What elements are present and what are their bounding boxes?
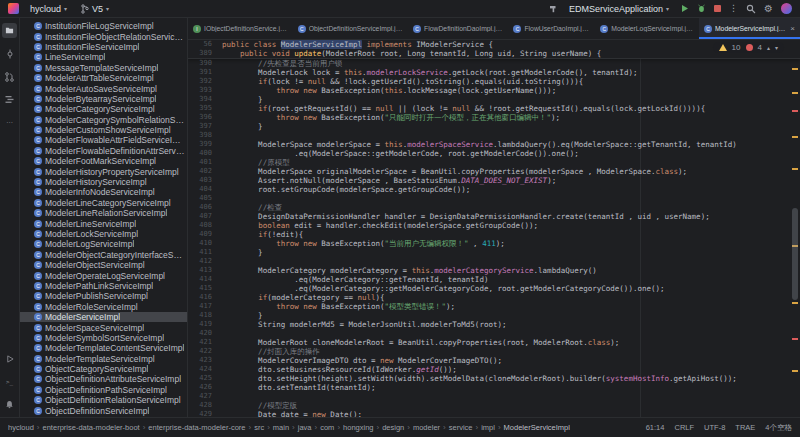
tree-item[interactable]: CModelerFlowableDefinitionAttrServiceImp…: [20, 146, 187, 156]
prev-problem-icon[interactable]: ▴: [767, 45, 770, 51]
tree-item[interactable]: CObjectCategoryServiceImpl: [20, 364, 187, 374]
tree-item[interactable]: CModelerAttrTableServiceImpl: [20, 73, 187, 83]
breadcrumb-item[interactable]: enterprise-data-modeler-core: [148, 423, 245, 432]
file-tab[interactable]: CFlowDefinitionDaoImpl.java: [408, 18, 508, 39]
tree-item[interactable]: CModelerTemplateContentServiceImpl: [20, 343, 187, 353]
status-indent[interactable]: 4个空格: [765, 423, 792, 433]
structure-tool-button[interactable]: [2, 92, 17, 107]
stop-button[interactable]: [714, 5, 721, 12]
tree-item[interactable]: CModelerLogServiceImpl: [20, 239, 187, 249]
tree-item-label: ModelerLineRelationServiceImpl: [45, 208, 167, 218]
tree-item[interactable]: CModelerHistoryServiceImpl: [20, 177, 187, 187]
tree-item[interactable]: CModelerTemplateServiceImpl: [20, 354, 187, 364]
tree-item[interactable]: CInstitutionFileObjectRelationServiceImp…: [20, 31, 187, 41]
run-tool-button[interactable]: [2, 351, 17, 366]
tree-item[interactable]: CModelerLineCategoryServiceImpl: [20, 198, 187, 208]
editor-scrollbar[interactable]: [790, 40, 800, 417]
terminal-tool-button[interactable]: >_: [2, 374, 17, 389]
tree-item[interactable]: CModelerFootMarkServiceImpl: [20, 156, 187, 166]
tree-item[interactable]: CInstitutionFileServiceImpl: [20, 42, 187, 52]
build-icon[interactable]: [549, 4, 558, 13]
tree-item[interactable]: CModelerObjectCategoryInterfaceServiceIm…: [20, 250, 187, 260]
editor[interactable]: 56public class ModelerServiceImpl implem…: [188, 40, 800, 417]
more-actions-icon[interactable]: ⋮: [729, 4, 738, 13]
breadcrumb-item[interactable]: ModelerServiceImpl: [504, 423, 570, 432]
breadcrumb-item[interactable]: design: [382, 423, 404, 432]
project-widget[interactable]: hycloud ▾: [27, 3, 70, 15]
inspection-widget[interactable]: 10 4 ▴ ▾: [713, 42, 784, 53]
tree-item[interactable]: CModelerHistoryPropertyServiceImpl: [20, 166, 187, 176]
status-caret-position[interactable]: 61:14: [646, 423, 665, 432]
settings-button[interactable]: ⚙: [764, 4, 773, 14]
tree-item[interactable]: CModelerFlowableAttrFieldServiceImpl: [20, 135, 187, 145]
tree-item[interactable]: CObjectDefinitionRelationServiceImpl: [20, 395, 187, 405]
tree-item[interactable]: CModelerInfoNodeServiceImpl: [20, 187, 187, 197]
tree-item[interactable]: CModelerCustomShowServiceImpl: [20, 125, 187, 135]
scrollbar-thumb[interactable]: [792, 208, 798, 300]
tree-item[interactable]: CModelerLineServiceImpl: [20, 218, 187, 228]
user-avatar[interactable]: [781, 3, 792, 14]
breadcrumb-item[interactable]: src: [254, 423, 264, 432]
breadcrumb-item[interactable]: enterprise-data-modeler-boot: [43, 423, 140, 432]
breadcrumb-item[interactable]: hycloud: [8, 423, 34, 432]
tree-item[interactable]: CModelerCategoryServiceImpl: [20, 104, 187, 114]
tree-item[interactable]: CInstitutionFileLogServiceImpl: [20, 21, 187, 31]
debug-button[interactable]: [697, 4, 706, 13]
tree-item[interactable]: CModelerLineRelationServiceImpl: [20, 208, 187, 218]
status-branch[interactable]: TRAE: [735, 423, 755, 432]
status-encoding[interactable]: UTF-8: [704, 423, 725, 432]
code-line: 394 }: [188, 95, 800, 104]
breadcrumb-item[interactable]: java: [298, 423, 312, 432]
line-number: 420: [188, 329, 222, 338]
next-problem-icon[interactable]: ▾: [775, 45, 778, 51]
tree-item[interactable]: CModelerServiceImpl: [20, 312, 187, 322]
status-line-separator[interactable]: CRLF: [674, 423, 694, 432]
search-button[interactable]: [746, 4, 756, 14]
vcs-widget[interactable]: V5 ▾: [78, 3, 112, 15]
breadcrumb-item[interactable]: main: [273, 423, 289, 432]
tree-item-label: ObjectDefinitionAttributeServiceImpl: [45, 374, 181, 384]
run-button[interactable]: [680, 4, 689, 13]
breadcrumb-item[interactable]: modeler: [413, 423, 440, 432]
file-tab[interactable]: IIObjectDefinitionService.java: [188, 18, 293, 39]
tree-item[interactable]: CObjectDefinitionAttributeServiceImpl: [20, 374, 187, 384]
file-tab[interactable]: CModelerLogServiceImpl.java: [595, 18, 699, 39]
java-class-icon: C: [34, 365, 42, 373]
code-line: 396 throw new BaseException("只能同时打开一个模型，…: [188, 113, 800, 122]
tree-item[interactable]: CModelerPathLinkServiceImpl: [20, 281, 187, 291]
tree-item[interactable]: CModelerCategorySymbolRelationServiceImp…: [20, 115, 187, 125]
code-line: 408 boolean edit = handler.checkEdit(mod…: [188, 221, 800, 230]
code-lines[interactable]: 390 //先检查是否当前用户锁391 ModelerLock lock = t…: [188, 59, 800, 417]
tree-item[interactable]: CModelerLockServiceImpl: [20, 229, 187, 239]
tree-item-label: ModelerLineServiceImpl: [45, 219, 136, 229]
java-class-icon: C: [34, 22, 42, 30]
notifications-button[interactable]: [2, 397, 17, 412]
tree-item[interactable]: CObjectDefinitionPathServiceImpl: [20, 385, 187, 395]
tree-item[interactable]: CModelerBytearrayServiceImpl: [20, 94, 187, 104]
project-tree[interactable]: CInstitutionFileLogServiceImplCInstituti…: [20, 21, 187, 416]
tree-item[interactable]: CModelerObjectServiceImpl: [20, 260, 187, 270]
file-tab[interactable]: CFlowUserDaoImpl.java: [508, 18, 595, 39]
tree-item[interactable]: CLineServiceImpl: [20, 52, 187, 62]
file-tab[interactable]: CModelerServiceImpl.java×: [699, 18, 800, 39]
breadcrumb-item[interactable]: hongxing: [343, 423, 373, 432]
tree-item[interactable]: CModelerSpaceServiceImpl: [20, 322, 187, 332]
tree-item[interactable]: CModelerPublishServiceImpl: [20, 291, 187, 301]
tree-item[interactable]: CModelerOperateLogServiceImpl: [20, 270, 187, 280]
tree-item[interactable]: CModelerAutoSaveServiceImpl: [20, 83, 187, 93]
breadcrumb-item[interactable]: service: [449, 423, 473, 432]
java-class-icon: C: [34, 126, 42, 134]
more-tool-windows-button[interactable]: ⋯: [2, 115, 17, 130]
tree-item[interactable]: CObjectDefinitionServiceImpl: [20, 405, 187, 415]
commit-tool-button[interactable]: [2, 46, 17, 61]
tree-item[interactable]: CModelerSymbolSortServiceImpl: [20, 333, 187, 343]
close-icon[interactable]: ×: [790, 25, 795, 33]
run-config-selector[interactable]: EDMServiceApplication ▾: [566, 3, 672, 15]
tree-item[interactable]: CMessageTemplateServiceImpl: [20, 63, 187, 73]
file-tab[interactable]: CObjectDefinitionServiceImpl.java: [293, 18, 408, 39]
breadcrumb-item[interactable]: com: [320, 423, 334, 432]
breadcrumb-item[interactable]: impl: [481, 423, 495, 432]
tree-item[interactable]: CModelerRoleServiceImpl: [20, 302, 187, 312]
project-tool-button[interactable]: [2, 23, 17, 38]
pull-requests-tool-button[interactable]: [2, 69, 17, 84]
